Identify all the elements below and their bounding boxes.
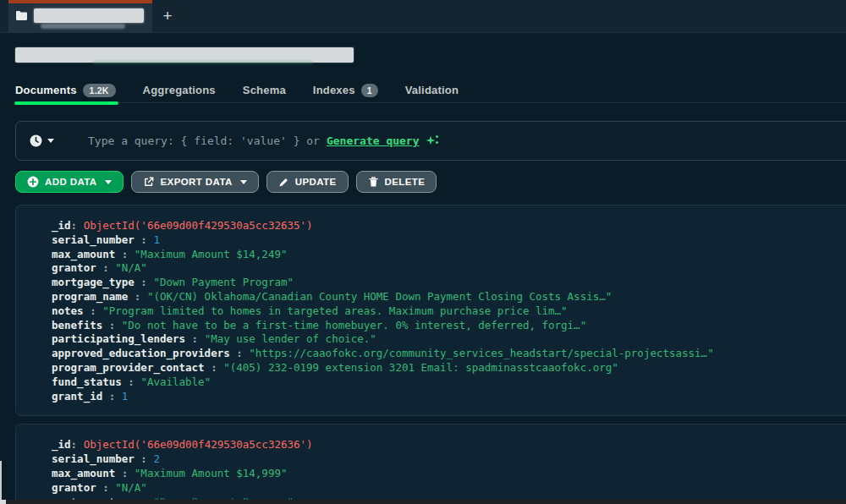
field-colon: : — [102, 319, 122, 331]
field-key: program_name — [52, 290, 128, 303]
field-value: ObjectId('66e09d00f429530a5cc32636') — [84, 438, 313, 451]
field-key: program_provider_contact — [52, 361, 205, 374]
new-tab-button[interactable]: + — [158, 7, 177, 25]
document-field-row[interactable]: _id: ObjectId('66e09d00f429530a5cc32636'… — [52, 438, 846, 452]
field-key: mortgage_type — [52, 276, 135, 288]
chevron-down-icon — [47, 139, 54, 143]
generate-query-link[interactable]: Generate query — [327, 134, 420, 147]
document-field-row[interactable]: serial_number : 1 — [52, 233, 846, 248]
field-colon: : — [205, 361, 224, 374]
field-key: serial_number — [52, 233, 135, 246]
tab-documents-label: Documents — [15, 84, 77, 96]
field-value: "Maximum Amount $14,249" — [135, 248, 288, 260]
export-data-label: EXPORT DATA — [161, 177, 233, 187]
document-card[interactable]: _id: ObjectId('66e09d00f429530a5cc32636'… — [15, 424, 846, 504]
field-value: "N/A" — [115, 261, 147, 274]
query-history-button[interactable] — [30, 134, 54, 147]
tab-indexes-label: Indexes — [313, 84, 355, 96]
delete-button[interactable]: DELETE — [356, 171, 437, 193]
tab-label-redacted — [34, 8, 144, 23]
field-key: grantor — [52, 261, 96, 274]
field-value: "N/A" — [115, 481, 147, 494]
field-key: notes — [52, 304, 84, 317]
trash-icon — [368, 176, 379, 188]
field-colon: : — [115, 467, 135, 479]
delete-label: DELETE — [385, 177, 426, 187]
field-colon: : — [128, 290, 147, 303]
tab-schema[interactable]: Schema — [243, 78, 286, 103]
export-data-button[interactable]: EXPORT DATA — [131, 171, 259, 193]
field-value: "Available" — [140, 375, 211, 388]
workspace-tab-bar: + — [0, 0, 846, 33]
field-value: "Program limited to homes in targeted ar… — [102, 304, 567, 317]
document-field-row[interactable]: fund_status : "Available" — [52, 375, 846, 390]
field-value: 1 — [153, 233, 160, 246]
field-key: grantor — [52, 481, 96, 494]
field-value: 1 — [122, 390, 129, 403]
field-key: serial_number — [52, 452, 135, 465]
tab-aggregations[interactable]: Aggregations — [143, 78, 216, 103]
clock-icon — [30, 134, 42, 147]
tab-schema-label: Schema — [243, 84, 286, 96]
field-value: "May use lender of choice." — [205, 332, 376, 345]
tab-validation-label: Validation — [405, 84, 459, 96]
update-button[interactable]: UPDATE — [266, 171, 349, 193]
document-field-row[interactable]: grantor : "N/A" — [52, 261, 846, 276]
workspace-tab-active[interactable] — [8, 0, 152, 33]
field-colon: : — [71, 438, 84, 451]
field-colon: : — [185, 332, 205, 345]
document-field-row[interactable]: max_amount : "Maximum Amount $14,999" — [52, 467, 846, 481]
chevron-down-icon — [240, 180, 247, 184]
add-data-label: ADD DATA — [45, 177, 97, 187]
field-colon: : — [96, 481, 116, 494]
plus-circle-icon — [27, 176, 39, 188]
field-value: "Maximum Amount $14,999" — [135, 467, 288, 479]
document-field-row[interactable]: participating_lenders : "May use lender … — [52, 332, 846, 347]
screen-edge-sliver — [0, 461, 2, 500]
export-icon — [143, 176, 155, 188]
update-label: UPDATE — [295, 177, 337, 187]
field-colon: : — [115, 248, 135, 260]
document-field-row[interactable]: serial_number : 2 — [52, 452, 846, 467]
ai-sparkle-icon — [426, 135, 438, 147]
collection-tab-bar: Documents 1.2K Aggregations Schema Index… — [15, 78, 846, 103]
document-field-row[interactable]: program_provider_contact : "(405) 232-01… — [52, 361, 846, 375]
tab-documents[interactable]: Documents 1.2K — [15, 78, 116, 103]
field-value: "Down Payment Program" — [153, 276, 294, 288]
field-key: _id — [52, 438, 71, 451]
field-key: max_amount — [52, 467, 115, 479]
field-key: fund_status — [52, 375, 122, 388]
query-placeholder: Type a query: { field: 'value' } or — [88, 134, 320, 147]
field-colon: : — [102, 390, 122, 403]
indexes-count-badge: 1 — [361, 84, 378, 97]
field-key: _id — [52, 219, 71, 232]
field-value: "Do not have to be a first-time homebuye… — [122, 319, 586, 331]
document-field-row[interactable]: program_name : "(OK/CN) Oklahoma/Canadia… — [52, 290, 846, 304]
field-value: ObjectId('66e09d00f429530a5cc32635') — [84, 219, 313, 232]
tab-aggregations-label: Aggregations — [143, 84, 216, 96]
screen-corner-block — [0, 500, 6, 504]
field-key: benefits — [52, 319, 102, 331]
query-bar-input[interactable]: Type a query: { field: 'value' } or Gene… — [15, 121, 846, 161]
document-field-row[interactable]: max_amount : "Maximum Amount $14,249" — [52, 248, 846, 262]
document-field-row[interactable]: approved_education_providers : "https://… — [52, 347, 846, 361]
document-field-row[interactable]: grant_id : 1 — [52, 390, 846, 404]
field-colon: : — [135, 452, 154, 465]
field-key: grant_id — [52, 390, 102, 403]
document-field-row[interactable]: grantor : "N/A" — [52, 481, 846, 496]
document-card[interactable]: _id: ObjectId('66e09d00f429530a5cc32635'… — [15, 205, 846, 416]
field-colon: : — [135, 276, 154, 288]
document-field-row[interactable]: notes : "Program limited to homes in tar… — [52, 304, 846, 319]
document-field-row[interactable]: mortgage_type : "Down Payment Program" — [52, 276, 846, 290]
field-colon: : — [135, 233, 154, 246]
field-colon: : — [122, 375, 141, 388]
document-field-row[interactable]: benefits : "Do not have to be a first-ti… — [52, 319, 846, 333]
breadcrumb-smudge — [93, 61, 313, 64]
field-colon: : — [230, 347, 250, 359]
field-colon: : — [96, 261, 116, 274]
document-field-row[interactable]: _id: ObjectId('66e09d00f429530a5cc32635'… — [52, 219, 846, 233]
add-data-button[interactable]: ADD DATA — [15, 171, 124, 193]
field-value: "(405) 232-0199 extension 3201 Email: sp… — [223, 361, 618, 374]
tab-validation[interactable]: Validation — [405, 78, 459, 103]
tab-indexes[interactable]: Indexes 1 — [313, 78, 378, 103]
